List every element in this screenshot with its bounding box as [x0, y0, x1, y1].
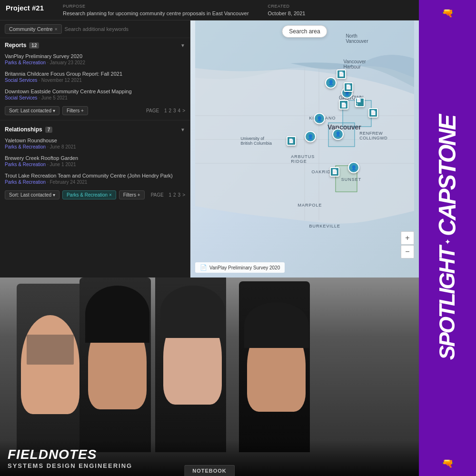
created-date: October 8, 2021: [268, 10, 306, 16]
map-zoom-controls: + −: [401, 231, 414, 258]
relationships-title: Relationships 7: [5, 126, 52, 133]
reports-count: 12: [29, 42, 39, 49]
section-divider: [0, 120, 190, 120]
list-item[interactable]: Brewery Creek Rooftop Garden Parks & Rec…: [0, 152, 190, 170]
sidebar: Community Centre × Reports 12 ▼: [0, 20, 190, 278]
map-doc-pin-6[interactable]: 📄: [287, 136, 296, 146]
map-doc-pin-5[interactable]: 📄: [368, 108, 378, 118]
relationships-filters-button[interactable]: Filters +: [119, 190, 145, 199]
item-meta: Social Services · November 12 2021: [5, 78, 185, 83]
reports-pagination: PAGE 1 2 3 4 >: [146, 108, 185, 113]
map-doc-pin-2[interactable]: 📄: [344, 82, 353, 92]
reports-chevron-icon: ▼: [180, 43, 185, 48]
item-meta: Parks & Recreation · June 1 2021: [5, 162, 185, 167]
map-area: NorthVancouver VancouverHarbour GASTOWN …: [190, 20, 419, 278]
map-doc-pin-1[interactable]: 📄: [337, 69, 346, 79]
item-title: VanPlay Preliminary Survey 2020: [5, 53, 185, 59]
search-bar: Community Centre ×: [0, 20, 190, 38]
capstone-text: CAPSTONE: [437, 116, 458, 236]
parks-filter-tag[interactable]: Parks & Recreation ×: [62, 190, 116, 199]
relationships-count: 7: [45, 127, 53, 133]
relationships-chevron-icon: ▼: [180, 127, 185, 132]
item-title: Britannia Childcare Focus Group Report: …: [5, 71, 185, 77]
purpose-label: PURPOSE: [63, 4, 249, 9]
reports-title: Reports 12: [5, 42, 39, 49]
reports-filters-button[interactable]: Filters +: [62, 106, 88, 115]
map-pin-1[interactable]: 👤: [325, 77, 337, 89]
map-doc-pin-3[interactable]: 📄 2: [355, 98, 365, 107]
community-centre-tag[interactable]: Community Centre ×: [5, 24, 62, 34]
created-label: CREATED: [268, 4, 306, 9]
spotlight-text: SPOTLIGHT: [438, 248, 456, 360]
map-background: NorthVancouver VancouverHarbour GASTOWN …: [190, 20, 419, 278]
search-input[interactable]: [65, 26, 185, 32]
list-item[interactable]: Trout Lake Recreation Team and Community…: [0, 170, 190, 188]
item-meta: Social Services · June 5 2021: [5, 95, 185, 100]
item-title: Yaletown Roundhouse: [5, 138, 185, 143]
map-pin-5[interactable]: 👤: [305, 131, 316, 142]
spotlight-bar: 🔫 CAPSTONE ✦ SPOTLIGHT 🔫: [419, 0, 476, 476]
map-tooltip: 📄 VanPlay Preliminary Survey 2020: [195, 262, 285, 273]
reports-controls: Sort: Last contacted ▾ Filters + PAGE 1 …: [0, 103, 190, 118]
notebook-tab[interactable]: NOTEBOOK: [184, 465, 235, 476]
item-meta: Parks & Recreation · June 8 2021: [5, 144, 185, 149]
relationships-sort-button[interactable]: Sort: Last contacted ▾: [5, 190, 60, 199]
relationships-section-header[interactable]: Relationships 7 ▼: [0, 122, 190, 135]
fieldnotes-title: FIELDNOTES: [8, 447, 411, 462]
photo-area: FIELDNOTES SYSTEMS DESIGN ENGINEERING: [0, 278, 419, 476]
map-pin-6[interactable]: 👤: [348, 162, 359, 173]
list-item[interactable]: Britannia Childcare Focus Group Report: …: [0, 68, 190, 86]
item-title: Brewery Creek Rooftop Garden: [5, 155, 185, 161]
item-meta: Parks & Recreation · January 23 2022: [5, 60, 185, 65]
map-pin-4[interactable]: 👤: [332, 129, 344, 140]
spotlight-top-icon: 🔫: [442, 7, 454, 19]
map-doc-pin-7[interactable]: 📄: [330, 167, 339, 177]
item-meta: Parks & Recreation · February 24 2021: [5, 179, 185, 185]
app-bottom: FIELDNOTES SYSTEMS DESIGN ENGINEERING NO…: [0, 278, 419, 476]
created-block: CREATED October 8, 2021: [268, 4, 306, 17]
purpose-block: PURPOSE Research planning for upcoming c…: [63, 4, 249, 17]
item-title: Trout Lake Recreation Team and Community…: [5, 173, 185, 178]
map-doc-pin-4[interactable]: 📄: [339, 100, 348, 109]
item-title: Downtown Eastside Community Centre Asset…: [5, 89, 185, 94]
spotlight-bottom-icon: 🔫: [442, 457, 454, 469]
relationships-pagination: PAGE 1 2 3 >: [151, 192, 185, 198]
list-item[interactable]: Downtown Eastside Community Centre Asset…: [0, 86, 190, 103]
list-item[interactable]: Yaletown Roundhouse Parks & Recreation ·…: [0, 135, 190, 152]
sidebar-scroll[interactable]: Reports 12 ▼ VanPlay Preliminary Survey …: [0, 38, 190, 278]
zoom-out-button[interactable]: −: [401, 245, 414, 258]
zoom-in-button[interactable]: +: [401, 231, 414, 245]
relationships-controls: Sort: Last contacted ▾ Parks & Recreatio…: [0, 188, 190, 202]
reports-section-header[interactable]: Reports 12 ▼: [0, 38, 190, 50]
purpose-text: Research planning for upcoming community…: [63, 10, 249, 16]
map-svg: [190, 20, 419, 278]
project-title: Project #21: [6, 4, 44, 12]
search-area-button[interactable]: Search area: [282, 25, 327, 38]
tag-remove-icon[interactable]: ×: [55, 27, 58, 32]
reports-sort-button[interactable]: Sort: Last contacted ▾: [5, 106, 60, 115]
list-item[interactable]: VanPlay Preliminary Survey 2020 Parks & …: [0, 50, 190, 68]
app-header: Project #21 PURPOSE Research planning fo…: [0, 0, 419, 20]
spotlight-divider-icon: ✦: [444, 238, 451, 246]
